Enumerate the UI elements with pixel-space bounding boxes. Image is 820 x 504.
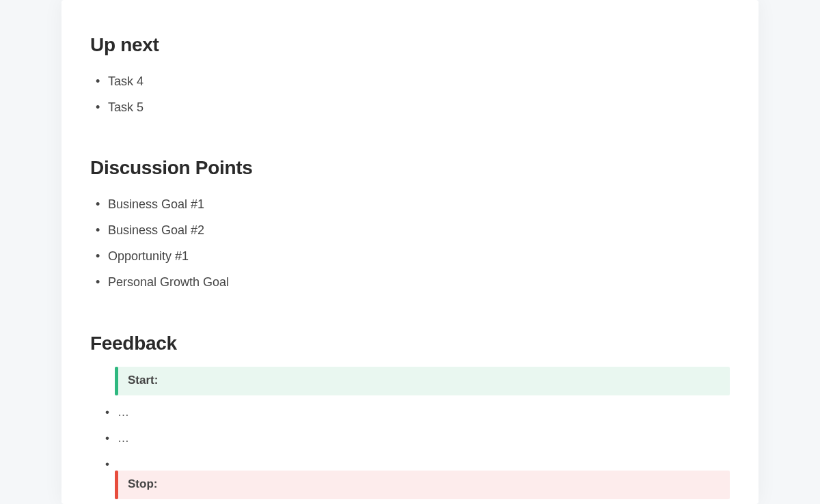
list-item: Task 5 bbox=[108, 94, 730, 120]
up-next-list: Task 4 Task 5 bbox=[90, 68, 730, 120]
feedback-start-label: Start: bbox=[118, 367, 167, 395]
list-item bbox=[108, 451, 730, 462]
feedback-stop-label: Stop: bbox=[118, 471, 167, 499]
feedback-start-items: … … bbox=[90, 400, 730, 462]
list-item: Task 4 bbox=[108, 68, 730, 94]
list-item: … bbox=[108, 425, 730, 451]
feedback-start-block: Start: bbox=[115, 367, 730, 395]
list-item: Business Goal #2 bbox=[108, 217, 730, 243]
document-page: Up next Task 4 Task 5 Discussion Points … bbox=[62, 0, 758, 504]
list-item: Personal Growth Goal bbox=[108, 269, 730, 295]
discussion-heading: Discussion Points bbox=[90, 157, 730, 179]
feedback-heading: Feedback bbox=[90, 333, 730, 354]
feedback-stop-block: Stop: bbox=[115, 471, 730, 499]
list-item: … bbox=[108, 400, 730, 425]
list-item: Opportunity #1 bbox=[108, 243, 730, 269]
discussion-list: Business Goal #1 Business Goal #2 Opport… bbox=[90, 191, 730, 295]
list-item: Business Goal #1 bbox=[108, 191, 730, 217]
up-next-heading: Up next bbox=[90, 34, 730, 56]
